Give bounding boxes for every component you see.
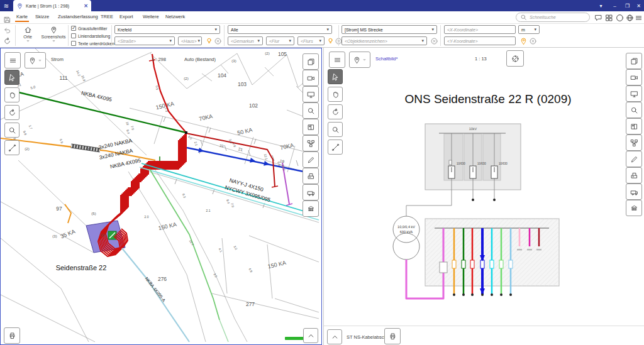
schematic-canvas[interactable]: ONS Seidenstraße 22 R (0209) 10kV 10/630…: [324, 48, 644, 326]
map-tool-pan[interactable]: [4, 87, 19, 102]
map-tool-edit[interactable]: [303, 151, 319, 168]
lv-feeder-fuse[interactable]: [499, 260, 503, 268]
object-clear-icon[interactable]: [430, 37, 438, 45]
house-select[interactable]: <Haus>▾: [178, 36, 202, 45]
save-icon[interactable]: [3, 15, 12, 25]
coords-locate-icon[interactable]: [519, 37, 528, 45]
map-tool-workflow[interactable]: [303, 135, 319, 151]
window-restore-button[interactable]: ❐: [621, 0, 633, 11]
menu-export[interactable]: Export: [118, 14, 135, 19]
address-clear-icon[interactable]: [214, 37, 222, 45]
hamburger-menu-icon[interactable]: [634, 13, 643, 23]
map-tool-search[interactable]: [303, 102, 319, 119]
cable-cyan-2[interactable]: [140, 167, 319, 220]
schematic-tool-workflow[interactable]: [626, 134, 642, 151]
quick-search-input[interactable]: Schnellsuche: [516, 13, 590, 22]
map-tool-select[interactable]: [4, 70, 19, 85]
lv-incomer-switch[interactable]: [440, 262, 447, 273]
cable-orange-stub[interactable]: [65, 204, 71, 223]
checkbox-box[interactable]: [71, 26, 76, 31]
street-select[interactable]: <Straße>▾: [114, 36, 175, 45]
schematic-expand-button[interactable]: [327, 329, 342, 344]
map-tool-zoom[interactable]: [4, 123, 19, 138]
y-coordinate-input[interactable]: <Y-Koordinate>: [444, 36, 516, 45]
window-close-button[interactable]: ✕: [633, 0, 644, 11]
schematic-tool-camera[interactable]: [626, 69, 642, 85]
menu-tree[interactable]: TREE: [99, 14, 114, 19]
lv-feeder-fuse[interactable]: [452, 260, 456, 268]
schematic-tool-station[interactable]: [626, 183, 642, 200]
schematic-tool-measure[interactable]: [328, 140, 343, 155]
schematic-tool-atlas[interactable]: [626, 118, 642, 134]
schematic-location-dropdown[interactable]: [349, 52, 370, 68]
checkbox-box[interactable]: [71, 33, 76, 38]
coords-clear-icon[interactable]: [529, 37, 537, 45]
schematic-view-panel[interactable]: ONS Seidenstraße 22 R (0209) 10kV 10/630…: [323, 48, 644, 345]
object-type-select[interactable]: [Strom] MS Strecke▾: [341, 25, 437, 34]
refresh-icon[interactable]: [3, 36, 12, 46]
cable-lightblue[interactable]: [122, 248, 189, 342]
cable-lightgreen-faint[interactable]: [219, 320, 228, 342]
tab-close-icon[interactable]: ✕: [84, 3, 88, 9]
orte-button[interactable]: Orte: [18, 26, 38, 43]
schematic-tool-pan[interactable]: [328, 87, 343, 102]
app-logo-icon[interactable]: ≋: [0, 0, 13, 11]
map-expand-button[interactable]: [303, 328, 318, 343]
chat-icon[interactable]: [594, 13, 603, 23]
checkbox-box[interactable]: [71, 41, 76, 46]
address-locate-icon[interactable]: [205, 37, 213, 45]
lv-feeder-fuse[interactable]: [490, 260, 494, 268]
schematic-tool-monitor[interactable]: [626, 85, 642, 102]
map-tool-rotate[interactable]: [4, 105, 19, 120]
transformer-symbol[interactable]: 10,0/0,4 kV 630 kVA: [393, 216, 419, 260]
schematic-tool-copier[interactable]: [626, 167, 642, 183]
checkbox-texte-unterdruecken[interactable]: Texte unterdrücken: [71, 41, 114, 46]
map-menu-button[interactable]: [4, 52, 21, 68]
checkbox-liniendarstellung[interactable]: Liniendarstellung: [71, 33, 110, 38]
map-view-panel[interactable]: 50 KA111315.0NKBA 4X095(2)104(3)105(2)10…: [0, 48, 322, 345]
menu-karte[interactable]: Karte: [15, 14, 29, 22]
map-tool-station[interactable]: [303, 184, 319, 200]
alle-select[interactable]: Alle▾: [228, 25, 332, 34]
window-menu-button[interactable]: ▾: [595, 0, 607, 11]
schematic-tool-pages[interactable]: [626, 53, 642, 69]
flurstueck-select[interactable]: <Flurs▾: [297, 36, 325, 45]
map-tool-monitor[interactable]: [303, 86, 319, 102]
flur-select[interactable]: <Flur▾: [266, 36, 294, 45]
gemarkung-select[interactable]: <Gemarkun▾: [228, 36, 263, 45]
map-tool-grid[interactable]: [303, 200, 319, 217]
undo-icon[interactable]: [3, 26, 12, 35]
schematic-print-button[interactable]: [384, 328, 401, 344]
schematic-tool-edit[interactable]: [626, 151, 642, 167]
map-tool-atlas[interactable]: [303, 119, 319, 135]
mv-switchgear[interactable]: 10kV 10/630 10/630 10/630: [425, 124, 521, 205]
schematic-tool-grid[interactable]: [626, 200, 642, 216]
map-tool-camera[interactable]: [303, 70, 319, 86]
menu-zustandserfassung[interactable]: Zustandserfassung: [57, 14, 99, 19]
lv-feeder-fuse[interactable]: [462, 260, 465, 268]
map-tool-measure[interactable]: [4, 140, 19, 155]
lv-feeder-fuse[interactable]: [509, 260, 513, 268]
map-tool-pages[interactable]: [303, 53, 319, 70]
notification-icon[interactable]: [615, 13, 625, 23]
screenshots-button[interactable]: Screenshots: [40, 26, 67, 43]
map-canvas[interactable]: 50 KA111315.0NKBA 4X095(2)104(3)105(2)10…: [1, 48, 320, 343]
document-tab[interactable]: Karte | Strom (1 : 298) ✕: [13, 0, 91, 11]
x-coordinate-input[interactable]: <X-Koordinate>: [444, 25, 516, 34]
schematic-tool-search[interactable]: [626, 102, 642, 118]
checkbox-graustufenfilter[interactable]: Graustufenfilter: [71, 26, 107, 31]
menu-netzwerk[interactable]: Netzwerk: [164, 14, 186, 19]
map-print-button[interactable]: [4, 327, 20, 344]
menu-weitere[interactable]: Weitere: [142, 14, 160, 19]
menu-skizze[interactable]: Skizze: [34, 14, 50, 19]
map-location-dropdown[interactable]: [25, 52, 46, 68]
unit-select[interactable]: m▾: [518, 25, 540, 34]
schematic-compass-button[interactable]: [506, 50, 524, 67]
district-locate-icon[interactable]: [326, 37, 335, 45]
schematic-tool-rotate[interactable]: [328, 104, 343, 119]
city-select[interactable]: Krefeld▾: [114, 25, 220, 34]
object-id-select[interactable]: <Objektkennzeichen>▾: [341, 36, 427, 45]
schematic-menu-button[interactable]: [329, 52, 345, 68]
map-tool-copier[interactable]: [303, 168, 319, 184]
schematic-tool-zoom[interactable]: [328, 122, 343, 137]
